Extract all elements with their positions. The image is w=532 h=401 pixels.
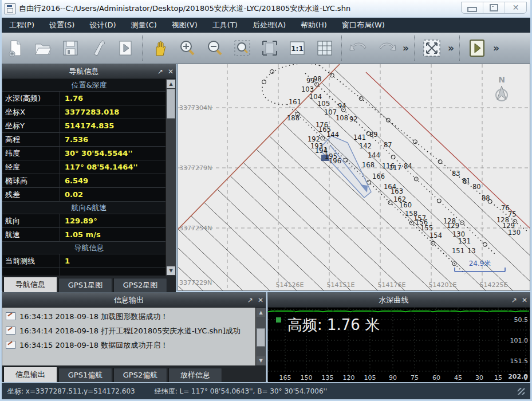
scroll-down-icon[interactable]: ▼ <box>257 356 265 365</box>
sounding-value: 168 <box>362 161 375 169</box>
sounding-value: 142 <box>359 142 372 150</box>
overflow-button-3[interactable]: » <box>491 42 502 54</box>
sounding-value: 83 <box>452 170 460 178</box>
sounding-value: 99 <box>306 77 315 85</box>
close-button[interactable]: ✕ <box>505 2 526 13</box>
nav-tab[interactable]: 导航信息 <box>3 277 57 292</box>
sounding-value: 80 <box>472 183 481 191</box>
nav-row-value: 7.536 <box>60 133 176 146</box>
menu-item-2[interactable]: 设置(S) <box>42 18 82 33</box>
new-file-button[interactable] <box>3 36 28 61</box>
undo-button[interactable] <box>346 36 372 61</box>
close-panel-icon[interactable]: ✕ <box>255 296 266 304</box>
resize-grip-icon[interactable] <box>518 388 525 395</box>
sounding-value: 161 <box>289 98 301 106</box>
menu-item-7[interactable]: 后处理(A) <box>245 18 293 33</box>
sounding-value: 88 <box>482 194 490 202</box>
scroll-up-icon[interactable]: ▲ <box>257 308 265 317</box>
run-button[interactable] <box>113 36 138 61</box>
draw-button[interactable] <box>85 36 111 61</box>
status-latlon: 经纬度: L= 117° 08'54.0643'', B= 30° 30'54.… <box>155 387 328 396</box>
nav-section-header: 位置&深度 <box>2 79 176 92</box>
depth-curve-chart: 高频: 1.76 米50.5101.0151.5202.016515013512… <box>268 308 530 382</box>
depth-x-tick: 15 <box>494 374 502 382</box>
undock-icon[interactable]: ↗ <box>245 296 255 304</box>
nav-row-label: 当前测线 <box>2 254 60 268</box>
depth-x-tick: 45 <box>454 374 462 382</box>
toolbar-separator <box>142 36 143 61</box>
log-tab[interactable]: 放样信息 <box>168 368 222 382</box>
menu-item-9[interactable]: 窗口布局(W) <box>334 18 392 33</box>
minimize-button[interactable] <box>462 2 483 13</box>
save-file-button[interactable] <box>58 36 83 61</box>
scroll-down-icon[interactable]: ▼ <box>167 266 175 275</box>
redo-button[interactable] <box>374 36 399 61</box>
maximize-button[interactable] <box>483 2 505 13</box>
nav-tab[interactable]: GPS2星图 <box>113 278 167 292</box>
log-tab[interactable]: 信息输出 <box>3 367 57 382</box>
zoom-extent-button[interactable] <box>419 36 444 61</box>
nav-row <box>2 268 176 276</box>
sounding-value: 129 <box>447 222 459 230</box>
sounding-value: 188 <box>287 114 300 122</box>
menu-item-5[interactable]: 视图(V) <box>164 18 205 33</box>
depth-y-tick: 50.5 <box>514 316 529 324</box>
overflow-button-2[interactable]: » <box>446 42 456 54</box>
toolbar: 1:1»»» <box>2 33 530 64</box>
log-note-icon <box>6 341 15 349</box>
depth-x-tick: 105 <box>364 374 376 382</box>
undock-icon[interactable]: ↗ <box>509 296 519 304</box>
fit-view-button[interactable] <box>257 36 282 61</box>
nav-row: 纬度30° 30'54.5544'' <box>2 147 176 160</box>
nav-row-value: 0.02 <box>60 188 176 201</box>
scale-1-1-button[interactable]: 1:1 <box>285 36 310 61</box>
scroll-thumb[interactable] <box>167 89 175 119</box>
zoom-out-button[interactable] <box>202 36 227 61</box>
log-tab[interactable]: GPS1偏航 <box>58 368 112 382</box>
menu-item-8[interactable]: 帮助(H) <box>293 18 334 33</box>
playback-button[interactable] <box>464 36 490 61</box>
menu-item-4[interactable]: 测量(C) <box>124 18 164 33</box>
nav-row-label: 坐标X <box>2 105 60 119</box>
depth-y-tick: 151.5 <box>510 357 529 365</box>
undock-icon[interactable]: ↗ <box>155 68 165 76</box>
nav-scrollbar[interactable]: ▲ ▼ <box>165 79 176 276</box>
menu-item-3[interactable]: 设计(D) <box>82 18 123 33</box>
log-tab[interactable]: GPS2偏航 <box>113 368 167 382</box>
menu-item-6[interactable]: 工具(T) <box>205 18 245 33</box>
app-icon <box>5 3 15 14</box>
depth-trace <box>268 311 529 312</box>
navigation-table: ▲ ▼ 位置&深度水深(高频)1.76坐标X3377283.018坐标Y5141… <box>2 79 176 276</box>
depth-x-tick: 120 <box>343 374 355 382</box>
nav-row-label: 高程 <box>2 133 60 146</box>
nav-row: 坐标X3377283.018 <box>2 105 176 119</box>
nav-tab[interactable]: GPS1星图 <box>58 278 112 292</box>
nav-row: 坐标Y514174.835 <box>2 119 176 133</box>
sounding-value: 196 <box>329 157 341 165</box>
nav-row-value: 514174.835 <box>60 119 176 132</box>
zoom-in-button[interactable] <box>175 36 200 61</box>
depth-x-tick: 90 <box>389 374 397 382</box>
nav-row-value: 1.05 m/s <box>60 228 176 241</box>
scroll-up-icon[interactable]: ▲ <box>167 80 175 88</box>
sounding-value: 166 <box>372 172 385 180</box>
grid-toggle-button[interactable] <box>312 36 337 61</box>
log-panel-title: 信息输出 <box>13 295 245 305</box>
menu-item-1[interactable]: 工程(P) <box>2 18 42 33</box>
pan-hand-button[interactable] <box>147 36 172 61</box>
overflow-button-1[interactable]: » <box>400 42 411 54</box>
map-canvas[interactable]: 1989910310410594161188107108928987141142… <box>178 64 530 290</box>
menu-bar: 工程(P)设置(S)设计(D)测量(C)视图(V)工具(T)后处理(A)帮助(H… <box>2 18 530 33</box>
close-panel-icon[interactable]: ✕ <box>165 68 176 76</box>
toolbar-separator <box>459 36 460 61</box>
map-view[interactable]: 1989910310410594161188107108928987141142… <box>178 64 530 291</box>
log-entry: 16:34:15 2018-09-18 数据回放成功开启！ <box>6 338 253 352</box>
log-scrollbar[interactable]: ▲ ▼ <box>255 308 266 365</box>
sounding-value: 131 <box>458 237 471 245</box>
open-file-button[interactable] <box>30 36 56 61</box>
zoom-window-button[interactable] <box>230 36 255 61</box>
scroll-thumb[interactable] <box>257 328 265 347</box>
nav-section-header: 导航信息 <box>2 242 176 254</box>
close-panel-icon[interactable]: ✕ <box>519 296 530 304</box>
sounding-value: 154 <box>429 231 442 239</box>
